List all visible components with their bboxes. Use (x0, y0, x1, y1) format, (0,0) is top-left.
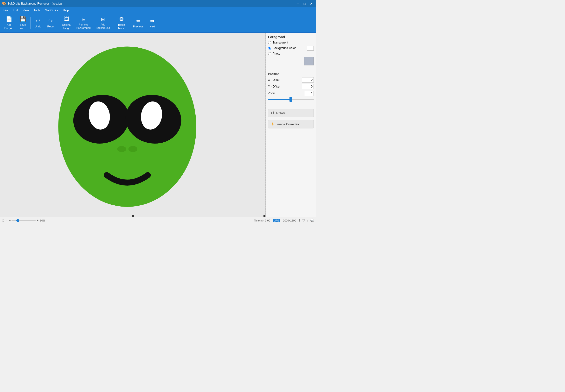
status-bar-right: Time (s): 0.00 JPG 2000x1500 ℹ ♡ ↑ 💬 (254, 219, 314, 222)
toolbar: 📄 AddFile(s)... 💾 Saveas... ↩ Undo ↪ Red… (0, 14, 316, 33)
x-offset-input[interactable] (302, 77, 314, 83)
transparent-radio[interactable] (268, 41, 271, 44)
previous-icon: ⬅ (136, 18, 140, 24)
separator-3 (114, 17, 114, 29)
close-button[interactable]: ✕ (308, 1, 314, 6)
batch-mode-label: BatchMode (118, 23, 125, 29)
previous-button[interactable]: ⬅ Previous (131, 15, 146, 31)
resize-handle-bottom[interactable] (132, 215, 134, 217)
selection-border-vertical (265, 33, 265, 217)
undo-button[interactable]: ↩ Undo (32, 15, 44, 31)
undo-icon: ↩ (36, 18, 40, 24)
info-icon[interactable]: ℹ (299, 219, 300, 222)
divider-1 (268, 69, 314, 69)
add-files-button[interactable]: 📄 AddFile(s)... (2, 15, 16, 31)
photo-label: Photo (273, 52, 280, 55)
status-bar: ⬚ ○ − + 60% Time (s): 0.00 JPG 2000x1500… (0, 217, 316, 224)
save-as-icon: 💾 (19, 16, 26, 22)
zoom-minus-button[interactable]: − (9, 219, 11, 222)
menu-help[interactable]: Help (60, 8, 71, 13)
zoom-bar-container: − + (9, 219, 39, 222)
original-image-button[interactable]: 🖼 OriginalImage (60, 15, 74, 31)
resize-handle-br[interactable] (263, 215, 265, 217)
next-button[interactable]: ➡ Next (146, 15, 158, 31)
image-correction-icon: ☀ (271, 121, 275, 127)
zoom-percentage: 60% (40, 219, 45, 222)
original-image-icon: 🖼 (64, 16, 69, 22)
image-correction-button[interactable]: ☀ Image Correction (268, 120, 314, 128)
svg-point-5 (117, 146, 126, 152)
save-as-button[interactable]: 💾 Saveas... (17, 15, 29, 31)
alien-face-image (53, 35, 202, 215)
favorite-icon[interactable]: ♡ (302, 219, 305, 222)
add-background-label: AddBackground (96, 23, 110, 29)
canvas-area[interactable] (0, 33, 266, 217)
transparent-label: Transparent (273, 41, 288, 44)
zoom-track[interactable] (12, 220, 36, 221)
background-color-label: Background Color (273, 46, 296, 50)
format-badge: JPG (273, 219, 280, 222)
original-image-label: OriginalImage (62, 23, 71, 29)
zoom-value-input[interactable] (304, 91, 314, 96)
redo-label: Redo (47, 25, 54, 28)
rotate-icon: ↺ (271, 110, 274, 116)
y-offset-label: Y - Offset (268, 85, 280, 88)
x-offset-label: X - Offset (268, 78, 280, 82)
photo-swatch[interactable] (304, 57, 314, 65)
time-value: 0.00 (265, 219, 270, 222)
image-container (53, 35, 202, 215)
share-icon[interactable]: ↑ (307, 219, 309, 222)
status-bar-left: ⬚ ○ − + 60% (2, 219, 45, 222)
photo-radio-row: Photo (268, 52, 314, 55)
background-color-radio[interactable] (268, 47, 271, 50)
time-display: Time (s): 0.00 (254, 219, 270, 222)
photo-radio[interactable] (268, 52, 271, 55)
rotate-button[interactable]: ↺ Rotate (268, 109, 314, 117)
window-title: SoftOrbits Background Remover - face.jpg (7, 2, 62, 5)
comment-icon[interactable]: 💬 (310, 219, 314, 222)
remove-background-button[interactable]: ⊟ RemoveBackground (74, 15, 93, 31)
foreground-title: Foregrond (268, 35, 314, 39)
menu-softorbits[interactable]: SoftOrbits (43, 8, 60, 13)
menu-bar: File Edit View Tools SoftOrbits Help (0, 7, 316, 14)
menu-view[interactable]: View (20, 8, 31, 13)
select-icon[interactable]: ⬚ (2, 219, 4, 222)
minimize-button[interactable]: ─ (295, 1, 301, 6)
zoom-label: Zoom (268, 92, 275, 95)
menu-tools[interactable]: Tools (31, 8, 43, 13)
separator-4 (129, 17, 129, 29)
batch-mode-button[interactable]: ⚙ BatchMode (116, 15, 128, 31)
title-bar: 🎨 SoftOrbits Background Remover - face.j… (0, 0, 316, 7)
x-offset-row: X - Offset (268, 77, 314, 83)
time-label: Time (s): (254, 219, 264, 222)
y-offset-row: Y - Offset (268, 84, 314, 89)
menu-edit[interactable]: Edit (10, 8, 20, 13)
svg-point-6 (129, 146, 137, 152)
redo-button[interactable]: ↪ Redo (44, 15, 57, 31)
lasso-icon[interactable]: ○ (6, 219, 7, 222)
resolution-display: 2000x1500 (283, 219, 296, 222)
position-title: Position (268, 72, 314, 76)
previous-label: Previous (133, 25, 144, 28)
maximize-button[interactable]: □ (302, 1, 307, 6)
redo-icon: ↪ (48, 18, 53, 24)
background-color-swatch[interactable] (307, 46, 314, 51)
transparent-option-row: Transparent (268, 41, 314, 44)
app-icon: 🎨 (2, 2, 6, 6)
add-background-icon: ⊞ (101, 16, 105, 22)
status-icons: ℹ ♡ ↑ 💬 (299, 219, 315, 222)
y-offset-input[interactable] (302, 84, 314, 89)
menu-file[interactable]: File (1, 8, 10, 13)
foreground-section: Foregrond Transparent Background Color P… (268, 35, 314, 65)
image-correction-label: Image Correction (276, 122, 301, 126)
right-panel: Foregrond Transparent Background Color P… (266, 33, 316, 217)
divider-2 (268, 105, 314, 105)
batch-mode-icon: ⚙ (119, 16, 124, 22)
background-color-option-row: Background Color (268, 46, 314, 51)
undo-label: Undo (35, 25, 41, 28)
save-as-label: Saveas... (20, 23, 26, 29)
zoom-thumb[interactable] (16, 219, 19, 222)
zoom-slider[interactable] (268, 99, 314, 100)
zoom-plus-button[interactable]: + (37, 219, 39, 222)
add-background-button[interactable]: ⊞ AddBackground (93, 15, 112, 31)
